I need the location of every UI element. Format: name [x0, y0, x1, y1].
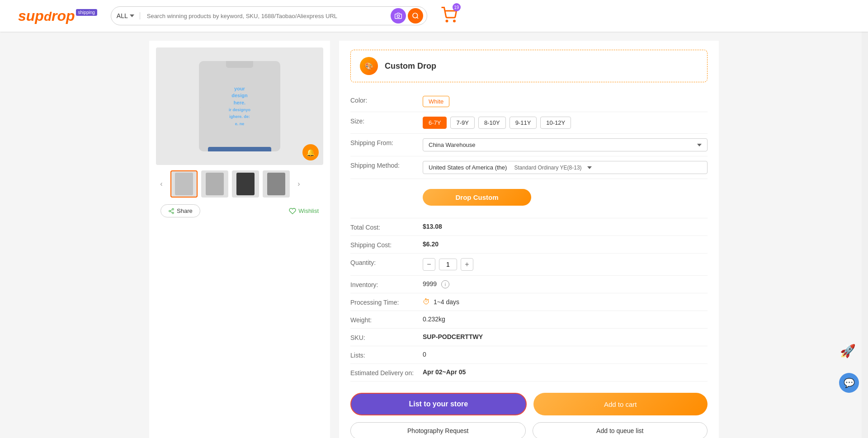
logo: supdrop shipping	[18, 9, 97, 23]
primary-btn-row: List to your store Add to cart	[350, 393, 708, 415]
inventory-label: Inventory:	[350, 280, 423, 288]
shipping-method-label: Shipping Method:	[350, 161, 423, 169]
search-category-label: ALL	[117, 12, 128, 19]
clock-icon: ⏱	[423, 298, 430, 306]
thumb-next-button[interactable]: ›	[293, 179, 304, 189]
inventory-info-icon[interactable]: i	[441, 280, 449, 288]
inventory-value: 9999 i	[423, 280, 708, 288]
thumbnail-4[interactable]	[263, 170, 290, 198]
main-content: yourdesignhere. ir designyoighere. de:e.…	[149, 32, 719, 438]
shipping-from-value: China Warehouse	[423, 138, 708, 151]
svg-point-2	[446, 20, 448, 22]
shipping-type-text: Standard Ordinary YE(8-13)	[514, 165, 581, 171]
svg-line-8	[170, 209, 172, 210]
wishlist-label: Wishlist	[298, 207, 319, 214]
notification-button[interactable]: 🔔	[302, 144, 319, 160]
photo-request-button[interactable]: Photography Request	[350, 422, 526, 438]
estimated-delivery-label: Estimated Delivery on:	[350, 368, 423, 377]
quantity-decrease-button[interactable]: −	[423, 258, 435, 271]
product-details-panel: 🎨 Custom Drop Color: White Size: 6-7Y7-9…	[339, 41, 719, 438]
custom-drop-title: Custom Drop	[385, 61, 436, 71]
camera-search-button[interactable]	[391, 8, 406, 24]
shipping-method-dropdown[interactable]: United States of America (the) Standard …	[423, 161, 708, 174]
inventory-number: 9999	[423, 280, 437, 287]
processing-time-label: Processing Time:	[350, 298, 423, 306]
search-input[interactable]	[140, 13, 387, 19]
size-btn-7-9y[interactable]: 7-9Y	[450, 117, 474, 129]
shipping-cost-label: Shipping Cost:	[350, 240, 423, 249]
processing-time-text: 1~4 days	[434, 298, 459, 306]
custom-drop-icon: 🎨	[360, 57, 378, 75]
size-label: Size:	[350, 117, 423, 125]
lists-value: 0	[423, 351, 708, 358]
color-label: Color:	[350, 96, 423, 104]
product-images-panel: yourdesignhere. ir designyoighere. de:e.…	[149, 41, 330, 438]
drop-custom-row: Drop Custom	[350, 179, 708, 218]
color-options: White	[423, 96, 708, 107]
color-row: Color: White	[350, 91, 708, 112]
svg-point-3	[453, 20, 455, 22]
shipping-from-row: Shipping From: China Warehouse	[350, 134, 708, 156]
thumb-prev-button[interactable]: ‹	[156, 179, 167, 189]
drop-custom-button[interactable]: Drop Custom	[423, 189, 531, 206]
shipping-from-dropdown[interactable]: China Warehouse	[423, 138, 708, 151]
share-label: Share	[177, 207, 193, 214]
inventory-row: Inventory: 9999 i	[350, 276, 708, 293]
size-options: 6-7Y7-9Y8-10Y9-11Y10-12Y	[423, 117, 708, 129]
cart-button[interactable]: 19	[441, 7, 457, 25]
search-bar: ALL	[111, 6, 427, 25]
size-btn-6-7y[interactable]: 6-7Y	[423, 117, 447, 129]
total-cost-label: Total Cost:	[350, 223, 423, 231]
svg-point-0	[397, 15, 399, 17]
chat-button[interactable]: 💬	[839, 373, 859, 393]
add-to-cart-button[interactable]: Add to cart	[533, 393, 708, 415]
size-btn-10-12y[interactable]: 10-12Y	[540, 117, 571, 129]
thumbnail-3[interactable]	[232, 170, 259, 198]
wishlist-button[interactable]: Wishlist	[289, 207, 319, 215]
quantity-increase-button[interactable]: +	[461, 258, 473, 271]
floating-actions: 🚀 💬	[839, 344, 859, 393]
lists-row: Lists: 0	[350, 346, 708, 364]
shipping-method-value: United States of America (the) Standard …	[423, 161, 708, 174]
svg-point-1	[413, 13, 418, 18]
sku-label: SKU:	[350, 333, 423, 341]
search-category-dropdown[interactable]: ALL	[111, 12, 140, 19]
svg-point-6	[172, 212, 174, 214]
shipping-method-row: Shipping Method: United States of Americ…	[350, 156, 708, 179]
weight-value: 0.232kg	[423, 316, 708, 323]
estimated-delivery-row: Estimated Delivery on: Apr 02~Apr 05	[350, 364, 708, 381]
rocket-button[interactable]: 🚀	[840, 344, 858, 366]
quantity-label: Quantity:	[350, 258, 423, 266]
color-white-button[interactable]: White	[423, 96, 449, 107]
size-btn-9-11y[interactable]: 9-11Y	[509, 117, 537, 129]
shipping-cost-row: Shipping Cost: $6.20	[350, 236, 708, 254]
size-btn-8-10y[interactable]: 8-10Y	[478, 117, 506, 129]
quantity-input[interactable]	[439, 259, 457, 270]
share-button[interactable]: Share	[160, 204, 200, 217]
list-to-store-button[interactable]: List to your store	[350, 393, 527, 415]
header: supdrop shipping ALL 19	[0, 0, 868, 32]
search-icon-group	[387, 8, 427, 24]
main-product-image: yourdesignhere. ir designyoighere. de:e.…	[156, 47, 323, 165]
sku-value: SUP-PODCERTTWY	[423, 333, 708, 340]
svg-point-4	[172, 208, 174, 210]
scrollbar[interactable]	[862, 0, 868, 438]
lists-label: Lists:	[350, 351, 423, 359]
quantity-control: − +	[423, 258, 708, 271]
search-button[interactable]	[408, 8, 423, 24]
action-buttons: List to your store Add to cart Photograp…	[350, 393, 708, 438]
add-to-queue-button[interactable]: Add to queue list	[533, 422, 708, 438]
cart-badge: 19	[453, 3, 461, 11]
thumbnail-1[interactable]	[170, 170, 198, 198]
sweater-design-text: yourdesignhere. ir designyoighere. de:e.…	[224, 85, 255, 127]
weight-label: Weight:	[350, 316, 423, 324]
thumbnail-row: ‹ ›	[156, 170, 323, 198]
secondary-btn-row: Photography Request Add to queue list	[350, 422, 708, 438]
sku-row: SKU: SUP-PODCERTTWY	[350, 329, 708, 346]
logo-shipping-badge: shipping	[76, 9, 97, 16]
custom-drop-section: 🎨 Custom Drop	[350, 50, 708, 82]
shipping-cost-value: $6.20	[423, 240, 708, 248]
quantity-row: Quantity: − +	[350, 254, 708, 276]
thumbnail-2[interactable]	[201, 170, 228, 198]
processing-time-value: ⏱ 1~4 days	[423, 298, 708, 306]
